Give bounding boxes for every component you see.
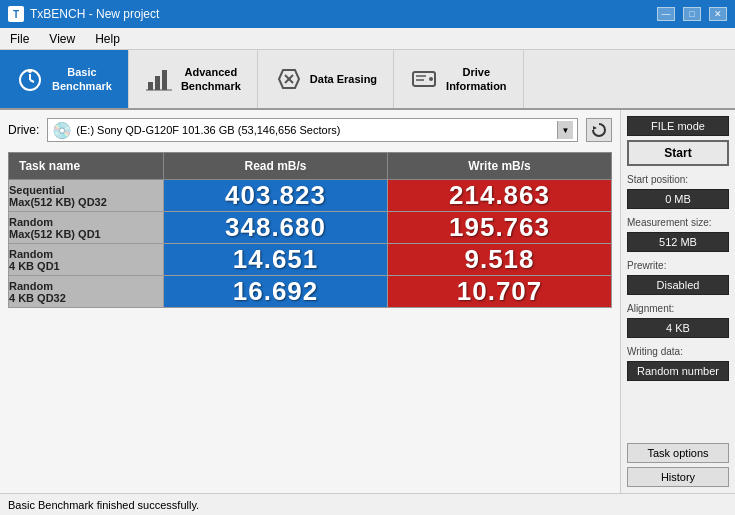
col-task-name: Task name <box>9 153 164 180</box>
menu-view[interactable]: View <box>43 30 81 48</box>
status-message: Basic Benchmark finished successfully. <box>8 499 199 511</box>
col-read: Read mB/s <box>164 153 388 180</box>
close-button[interactable]: ✕ <box>709 7 727 21</box>
chart-icon <box>145 65 173 93</box>
minimize-button[interactable]: — <box>657 7 675 21</box>
menu-help[interactable]: Help <box>89 30 126 48</box>
write-cell-1: 195.763 <box>388 212 612 244</box>
drive-info-icon <box>410 65 438 93</box>
start-position-label: Start position: <box>627 174 729 185</box>
table-row: Random4 KB QD32 16.692 10.707 <box>9 276 612 308</box>
task-cell-1: RandomMax(512 KB) QD1 <box>9 212 164 244</box>
task-cell-3: Random4 KB QD32 <box>9 276 164 308</box>
history-button[interactable]: History <box>627 467 729 487</box>
data-erasing-label: Data Erasing <box>310 72 377 86</box>
read-cell-1: 348.680 <box>164 212 388 244</box>
title-bar-controls: — □ ✕ <box>657 7 727 21</box>
svg-point-13 <box>429 77 433 81</box>
read-cell-3: 16.692 <box>164 276 388 308</box>
writing-data-value[interactable]: Random number <box>627 361 729 381</box>
drive-label: Drive: <box>8 123 39 137</box>
read-cell-0: 403.823 <box>164 180 388 212</box>
task-cell-2: Random4 KB QD1 <box>9 244 164 276</box>
alignment-value[interactable]: 4 KB <box>627 318 729 338</box>
window-title: TxBENCH - New project <box>30 7 159 21</box>
table-header-row: Task name Read mB/s Write mB/s <box>9 153 612 180</box>
title-bar-left: T TxBENCH - New project <box>8 6 159 22</box>
file-mode-button[interactable]: FILE mode <box>627 116 729 136</box>
prewrite-label: Prewrite: <box>627 260 729 271</box>
svg-line-2 <box>30 80 34 82</box>
col-write: Write mB/s <box>388 153 612 180</box>
write-cell-2: 9.518 <box>388 244 612 276</box>
benchmark-table: Task name Read mB/s Write mB/s Sequentia… <box>8 152 612 308</box>
svg-rect-7 <box>162 70 167 90</box>
drive-row: Drive: 💿 (E:) Sony QD-G120F 101.36 GB (5… <box>8 118 612 142</box>
measurement-size-value[interactable]: 512 MB <box>627 232 729 252</box>
clock-icon <box>16 65 44 93</box>
read-cell-2: 14.651 <box>164 244 388 276</box>
writing-data-label: Writing data: <box>627 346 729 357</box>
status-bar: Basic Benchmark finished successfully. <box>0 493 735 515</box>
measurement-size-label: Measurement size: <box>627 217 729 228</box>
advanced-benchmark-label: AdvancedBenchmark <box>181 65 241 94</box>
right-panel: FILE mode Start Start position: 0 MB Mea… <box>620 110 735 493</box>
toolbar-advanced-benchmark[interactable]: AdvancedBenchmark <box>129 50 258 108</box>
menu-file[interactable]: File <box>4 30 35 48</box>
table-row: Random4 KB QD1 14.651 9.518 <box>9 244 612 276</box>
svg-rect-6 <box>155 76 160 90</box>
menu-bar: File View Help <box>0 28 735 50</box>
toolbar-data-erasing[interactable]: Data Erasing <box>258 50 394 108</box>
drive-disk-icon: 💿 <box>52 121 72 140</box>
svg-rect-5 <box>148 82 153 90</box>
title-bar: T TxBENCH - New project — □ ✕ <box>0 0 735 28</box>
table-row: RandomMax(512 KB) QD1 348.680 195.763 <box>9 212 612 244</box>
basic-benchmark-label: BasicBenchmark <box>52 65 112 94</box>
task-cell-0: SequentialMax(512 KB) QD32 <box>9 180 164 212</box>
chevron-down-icon[interactable]: ▼ <box>557 121 573 139</box>
task-options-button[interactable]: Task options <box>627 443 729 463</box>
write-cell-3: 10.707 <box>388 276 612 308</box>
erasing-icon <box>274 65 302 93</box>
prewrite-value[interactable]: Disabled <box>627 275 729 295</box>
svg-marker-16 <box>593 126 597 130</box>
drive-information-label: DriveInformation <box>446 65 507 94</box>
start-position-value[interactable]: 0 MB <box>627 189 729 209</box>
drive-select[interactable]: 💿 (E:) Sony QD-G120F 101.36 GB (53,146,6… <box>47 118 578 142</box>
refresh-button[interactable] <box>586 118 612 142</box>
toolbar-basic-benchmark[interactable]: BasicBenchmark <box>0 50 129 108</box>
start-button[interactable]: Start <box>627 140 729 166</box>
toolbar: BasicBenchmark AdvancedBenchmark Data Er… <box>0 50 735 110</box>
table-row: SequentialMax(512 KB) QD32 403.823 214.8… <box>9 180 612 212</box>
alignment-label: Alignment: <box>627 303 729 314</box>
main-panel: Drive: 💿 (E:) Sony QD-G120F 101.36 GB (5… <box>0 110 620 493</box>
drive-select-content: 💿 (E:) Sony QD-G120F 101.36 GB (53,146,6… <box>52 121 557 140</box>
app-icon: T <box>8 6 24 22</box>
maximize-button[interactable]: □ <box>683 7 701 21</box>
write-cell-0: 214.863 <box>388 180 612 212</box>
drive-selected-value: (E:) Sony QD-G120F 101.36 GB (53,146,656… <box>76 124 340 136</box>
toolbar-drive-information[interactable]: DriveInformation <box>394 50 524 108</box>
